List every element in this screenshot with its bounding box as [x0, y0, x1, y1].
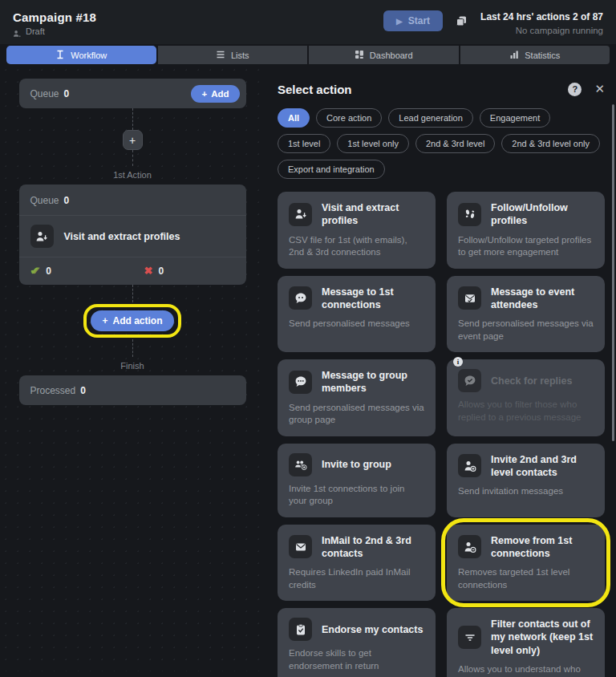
- filter-icon: [458, 626, 481, 649]
- campaign-status-icon: [13, 27, 22, 36]
- card-title: Invite to group: [322, 458, 391, 471]
- add-action-button[interactable]: + Add action: [91, 310, 173, 331]
- scrollbar-thumb[interactable]: [612, 104, 614, 441]
- card-description: Requires LinkedIn paid InMail credits: [289, 566, 424, 591]
- campaign-app: Campaign #18 Draft ▶ Start Last 24 hrs' …: [0, 0, 616, 677]
- add-to-queue-button[interactable]: + Add: [191, 85, 239, 103]
- action-card-message-event[interactable]: Message to event attendees Send personal…: [447, 276, 605, 353]
- add-action-label: Add action: [113, 315, 163, 326]
- card-title: Message to group members: [322, 369, 424, 395]
- dashboard-icon: [355, 50, 364, 61]
- duplicate-campaign-button[interactable]: [454, 14, 469, 31]
- finish-label: Finish: [120, 361, 144, 371]
- check-icon: ✔: [31, 265, 40, 277]
- person-minus-icon: [458, 535, 481, 558]
- connector-line: [132, 150, 133, 166]
- tab-lists[interactable]: Lists: [158, 46, 308, 64]
- filter-chip-export-integration[interactable]: Export and integration: [278, 160, 385, 179]
- card-description: CSV file for 1st (with emails), 2nd & 3r…: [289, 234, 424, 259]
- card-description: Invite 1st connections to join your grou…: [289, 483, 424, 508]
- bar-chart-icon: [509, 50, 519, 61]
- queue-label: Queue: [30, 88, 59, 99]
- insert-action-button[interactable]: +: [123, 130, 143, 150]
- plus-icon: +: [201, 89, 207, 99]
- filter-chip-engagement[interactable]: Engagement: [480, 108, 550, 128]
- queue-value: 0: [64, 195, 70, 206]
- card-title: Remove from 1st connections: [491, 534, 594, 561]
- action-card-visit-extract[interactable]: Visit and extract profiles CSV file for …: [278, 192, 436, 269]
- action-card-remove-1st[interactable]: Remove from 1st connections Removes targ…: [447, 525, 605, 602]
- tab-bar: Workflow Lists Dashboard Statistics: [6, 46, 610, 64]
- card-description: Endorse skills to get endorsement in ret…: [289, 647, 424, 672]
- plus-icon: +: [102, 315, 107, 326]
- filter-chips: All Core action Lead generation Engageme…: [278, 108, 605, 179]
- copy-icon: [456, 18, 468, 30]
- start-button[interactable]: ▶ Start: [383, 10, 443, 31]
- action-card-check-replies: i Check for replies Allows you to filter…: [447, 359, 605, 436]
- card-description: Send invitation messages: [458, 485, 594, 498]
- card-title: Check for replies: [491, 375, 572, 387]
- tab-dashboard[interactable]: Dashboard: [309, 46, 459, 64]
- processed-label: Processed: [30, 385, 76, 396]
- tab-statistics[interactable]: Statistics: [460, 46, 610, 64]
- tab-label: Lists: [231, 51, 249, 60]
- filter-chip-2nd-3rd-level[interactable]: 2nd & 3rd level: [415, 134, 495, 153]
- play-icon: ▶: [396, 17, 403, 26]
- queue-label: Queue: [30, 195, 59, 206]
- chat-check-icon: [458, 369, 481, 392]
- modal-title: Select action: [278, 83, 568, 96]
- filter-chip-all[interactable]: All: [278, 108, 310, 128]
- action-card-title: Visit and extract profiles: [64, 231, 180, 242]
- action-card-message-1st[interactable]: Message to 1st connections Send personal…: [278, 276, 436, 353]
- mail-check-icon: [458, 286, 481, 310]
- person-plus-icon: [458, 454, 481, 477]
- card-title: Message to 1st connections: [322, 286, 424, 312]
- tab-label: Workflow: [71, 51, 107, 60]
- person-extract-icon: [289, 203, 312, 226]
- people-plus-icon: [289, 453, 312, 476]
- card-description: Allows you to filter those who replied t…: [458, 399, 594, 424]
- close-icon[interactable]: ✕: [594, 82, 605, 96]
- card-title: Message to event attendees: [491, 286, 594, 312]
- filter-chip-1st-level-only[interactable]: 1st level only: [337, 134, 409, 153]
- queue-card: Queue0 + Add: [19, 79, 246, 108]
- connector-line: [132, 339, 133, 357]
- action-card-endorse[interactable]: Endorse my contacts Endorse skills to ge…: [278, 608, 436, 677]
- tab-label: Statistics: [525, 51, 560, 60]
- campaign-running-text: No campaign running: [480, 24, 603, 38]
- clipboard-check-icon: [289, 618, 312, 641]
- action-card-inmail[interactable]: InMail to 2nd & 3rd contacts Requires Li…: [278, 525, 436, 602]
- campaign-stats: Last 24 hrs' actions 2 of 87 No campaign…: [480, 10, 603, 38]
- card-description: Removes targeted 1st level connections: [458, 566, 594, 591]
- filter-chip-2nd-3rd-level-only[interactable]: 2nd & 3rd level only: [501, 134, 600, 153]
- card-description: Send personalised messages via event pag…: [458, 318, 594, 343]
- filter-chip-core-action[interactable]: Core action: [316, 108, 382, 128]
- tab-workflow[interactable]: Workflow: [6, 46, 156, 64]
- help-icon[interactable]: ?: [568, 83, 582, 96]
- processed-value: 0: [80, 385, 86, 396]
- card-title: Visit and extract profiles: [322, 201, 424, 228]
- action-card-follow-unfollow[interactable]: Follow/Unfollow profiles Follow/Unfollow…: [447, 192, 605, 269]
- card-description: Send personalised messages via group pag…: [289, 402, 424, 427]
- card-title: Invite 2nd and 3rd level contacts: [491, 453, 594, 480]
- success-count-value: 0: [46, 266, 51, 277]
- action-card-invite-group[interactable]: Invite to group Invite 1st connections t…: [278, 444, 436, 517]
- card-description: Follow/Unfollow targeted profiles to get…: [458, 234, 594, 259]
- tab-label: Dashboard: [370, 51, 413, 60]
- connector-line: [132, 285, 133, 302]
- filter-chip-1st-level[interactable]: 1st level: [278, 134, 330, 153]
- workflow-action-card[interactable]: Queue0 Visit and extract profiles ✔✔ 0 ✖: [19, 184, 246, 285]
- workflow-icon: [55, 50, 65, 61]
- add-button-label: Add: [211, 89, 229, 99]
- card-title: InMail to 2nd & 3rd contacts: [322, 534, 424, 561]
- filter-chip-lead-generation[interactable]: Lead generation: [388, 108, 473, 128]
- action-grid: Visit and extract profiles CSV file for …: [278, 192, 605, 677]
- info-icon[interactable]: i: [453, 357, 463, 367]
- footprints-icon: [458, 203, 481, 226]
- action-card-message-group[interactable]: Message to group members Send personalis…: [278, 359, 436, 436]
- first-action-label: 1st Action: [113, 170, 152, 180]
- fail-count: ✖ 0: [144, 265, 164, 277]
- status-badge: Draft: [26, 26, 45, 36]
- action-card-filter-network[interactable]: Filter contacts out of my network (keep …: [447, 608, 605, 677]
- action-card-invite-2nd-3rd[interactable]: Invite 2nd and 3rd level contacts Send i…: [447, 444, 605, 517]
